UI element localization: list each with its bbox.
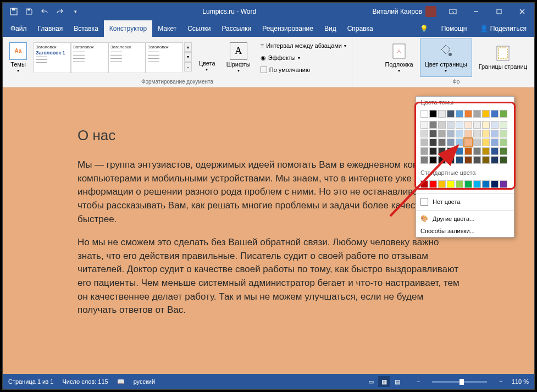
tab-главная[interactable]: Главная xyxy=(32,20,69,37)
color-swatch[interactable] xyxy=(456,121,463,129)
color-swatch[interactable] xyxy=(464,121,472,129)
language-indicator[interactable]: русский xyxy=(134,378,155,385)
tab-вид[interactable]: Вид xyxy=(319,20,342,37)
color-swatch[interactable] xyxy=(500,121,507,129)
color-swatch[interactable] xyxy=(473,130,481,137)
zoom-out-icon[interactable]: − xyxy=(417,378,420,385)
color-swatch[interactable] xyxy=(482,180,490,188)
fill-effects-item[interactable]: Способы заливки... xyxy=(416,225,514,237)
color-swatch[interactable] xyxy=(500,147,507,155)
zoom-level[interactable]: 110 % xyxy=(512,378,529,385)
page-color-button[interactable]: Цвет страницы▾ xyxy=(420,38,472,77)
style-preview[interactable]: Заголовок━━━━━━━━━━━━━━━━━━━━━━━━━━━━ xyxy=(71,42,108,73)
ribbon-options-icon[interactable] xyxy=(442,3,464,20)
zoom-slider[interactable] xyxy=(432,381,487,383)
close-icon[interactable] xyxy=(511,3,533,20)
color-swatch[interactable] xyxy=(429,121,437,129)
color-swatch[interactable] xyxy=(420,139,428,146)
color-swatch[interactable] xyxy=(473,156,481,164)
tab-ссылки[interactable]: Ссылки xyxy=(182,20,216,37)
color-swatch[interactable] xyxy=(429,147,437,155)
color-swatch[interactable] xyxy=(438,121,446,129)
share-button[interactable]: 👤 Поделиться xyxy=(474,20,532,37)
more-colors-item[interactable]: 🎨Другие цвета... xyxy=(416,212,514,225)
proofing-icon[interactable]: 📖 xyxy=(117,378,125,385)
body-paragraph[interactable]: Но мы не сможем это сделать без Вашей об… xyxy=(77,236,460,317)
color-swatch[interactable] xyxy=(473,180,481,188)
undo-icon[interactable] xyxy=(38,5,51,18)
color-swatch[interactable] xyxy=(429,156,437,164)
color-swatch[interactable] xyxy=(456,180,463,188)
color-swatch[interactable] xyxy=(500,139,507,146)
color-swatch[interactable] xyxy=(456,139,463,146)
help-button[interactable]: Помощн xyxy=(436,20,473,37)
color-swatch[interactable] xyxy=(500,180,507,188)
color-swatch[interactable] xyxy=(456,130,463,137)
color-swatch[interactable] xyxy=(491,139,499,146)
color-swatch[interactable] xyxy=(447,139,455,146)
body-paragraph[interactable]: Мы — группа энтузиастов, одержимых идеей… xyxy=(77,158,460,226)
color-swatch[interactable] xyxy=(464,139,472,146)
tab-вставка[interactable]: Вставка xyxy=(68,20,104,37)
color-swatch[interactable] xyxy=(500,110,507,118)
read-mode-icon[interactable]: ▭ xyxy=(365,376,377,387)
user-account[interactable]: Виталий Каиров xyxy=(372,6,436,17)
color-swatch[interactable] xyxy=(482,110,490,118)
redo-icon[interactable] xyxy=(53,5,67,18)
tell-me-icon[interactable]: 💡 xyxy=(414,20,434,37)
color-swatch[interactable] xyxy=(500,156,507,164)
tab-конструктор[interactable]: Конструктор xyxy=(104,20,152,37)
color-swatch[interactable] xyxy=(491,156,499,164)
color-swatch[interactable] xyxy=(473,139,481,146)
color-swatch[interactable] xyxy=(456,147,463,155)
color-swatch[interactable] xyxy=(473,110,481,118)
color-swatch[interactable] xyxy=(491,147,499,155)
color-swatch[interactable] xyxy=(491,180,499,188)
word-count[interactable]: Число слов: 115 xyxy=(62,378,108,385)
color-swatch[interactable] xyxy=(429,139,437,146)
color-swatch[interactable] xyxy=(464,180,472,188)
minimize-icon[interactable] xyxy=(465,3,487,20)
style-preview[interactable]: ЗаголовокЗаголовок 1━━━━━━━━━━━━━━━━━━━━… xyxy=(34,42,71,73)
style-scroll-down[interactable]: ▾ xyxy=(184,52,192,62)
color-swatch[interactable] xyxy=(464,156,472,164)
color-swatch[interactable] xyxy=(464,130,472,137)
color-swatch[interactable] xyxy=(438,180,446,188)
color-swatch[interactable] xyxy=(447,110,455,118)
color-swatch[interactable] xyxy=(473,121,481,129)
color-swatch[interactable] xyxy=(438,130,446,137)
color-swatch[interactable] xyxy=(491,121,499,129)
color-swatch[interactable] xyxy=(482,139,490,146)
color-swatch[interactable] xyxy=(491,130,499,137)
colors-button[interactable]: Цвета▾ xyxy=(194,38,220,77)
style-gallery-more[interactable]: ⌄ xyxy=(184,62,192,71)
color-swatch[interactable] xyxy=(464,147,472,155)
color-swatch[interactable] xyxy=(482,130,490,137)
color-swatch[interactable] xyxy=(438,156,446,164)
color-swatch[interactable] xyxy=(429,130,437,137)
color-swatch[interactable] xyxy=(438,110,446,118)
effects-button[interactable]: ◉Эффекты ▾ xyxy=(258,52,348,63)
color-swatch[interactable] xyxy=(456,156,463,164)
color-swatch[interactable] xyxy=(447,180,455,188)
color-swatch[interactable] xyxy=(500,130,507,137)
color-swatch[interactable] xyxy=(429,110,437,118)
save-icon[interactable] xyxy=(23,5,36,18)
web-layout-icon[interactable]: ▤ xyxy=(391,376,403,387)
qat-dropdown-icon[interactable]: ▾ xyxy=(69,5,82,18)
style-preview[interactable]: Заголовок━━━━━━━━━━━━━━━━━━━━━━━━━━━━ xyxy=(108,42,146,73)
color-swatch[interactable] xyxy=(420,121,428,129)
style-scroll-up[interactable]: ▴ xyxy=(184,42,192,52)
color-swatch[interactable] xyxy=(429,180,437,188)
page-borders-button[interactable]: Границы страниц xyxy=(474,38,532,77)
watermark-button[interactable]: A Подложка▾ xyxy=(380,38,417,77)
color-swatch[interactable] xyxy=(420,156,428,164)
color-swatch[interactable] xyxy=(447,121,455,129)
page-indicator[interactable]: Страница 1 из 1 xyxy=(8,378,53,385)
color-swatch[interactable] xyxy=(420,180,428,188)
color-swatch[interactable] xyxy=(438,139,446,146)
page-heading[interactable]: О нас xyxy=(77,127,460,144)
color-swatch[interactable] xyxy=(482,147,490,155)
color-swatch[interactable] xyxy=(482,156,490,164)
fonts-button[interactable]: A Шрифты▾ xyxy=(222,38,255,77)
